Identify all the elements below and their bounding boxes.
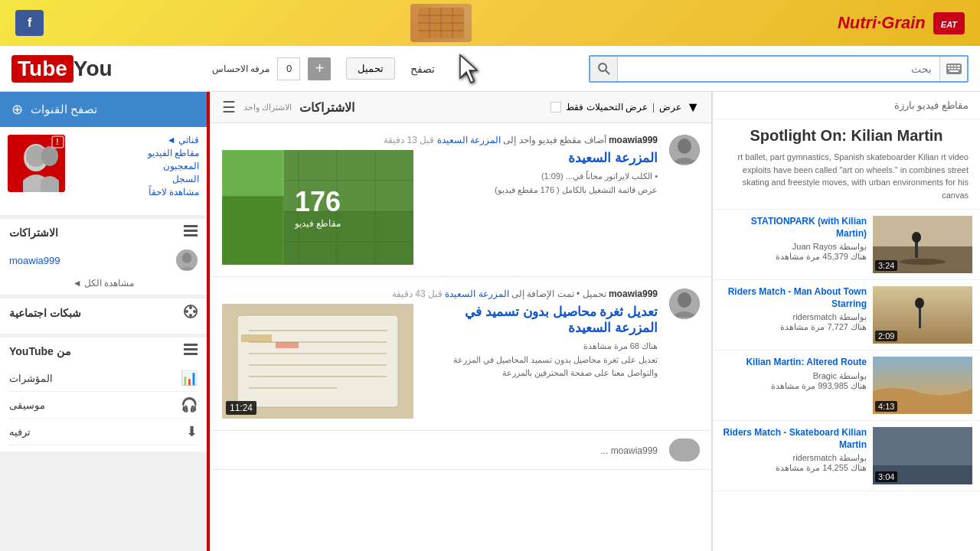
- profile-link-4[interactable]: السجل: [73, 174, 199, 184]
- svg-rect-53: [241, 334, 272, 342]
- video-views-3: هناك 993,985 مرة مشاهدة: [720, 381, 867, 391]
- center-content: ▼ عرض | عرض التحميلات فقط الاشتراكات الا…: [210, 92, 712, 551]
- feed-item-1: moawia999 أضاف مقطع فيديو واحد إلى المزر…: [211, 123, 711, 277]
- from-yt-item-2[interactable]: 🎧 موسيقى: [9, 392, 198, 419]
- profile-section: قناتي ◄ مقاطع الفيديو المعجبون السجل مشا…: [0, 127, 207, 215]
- feed-main-1: المزرعة السعيدة • الكلب لايراتور مجاناً …: [222, 150, 658, 265]
- nutrigrain-text: Nutri·Grain: [838, 13, 926, 33]
- feed-action-1: أضاف مقطع فيديو واحد إلى: [501, 135, 606, 145]
- svg-rect-9: [951, 65, 953, 67]
- sub-title-area: الاشتراكات الاشتراك واحد ☰: [222, 98, 354, 116]
- right-sidebar: تصفح القنوات ⊕ قناتي ◄ مقاطع الفيديو الم…: [0, 92, 207, 551]
- entertainment-icon: ⬇: [186, 423, 198, 440]
- svg-point-21: [900, 259, 946, 265]
- feed-video-title-2[interactable]: تعديل ثغرة محاصيل بدون تسميد في المزرعة …: [425, 304, 658, 336]
- list-icon-2: [184, 344, 198, 359]
- svg-point-23: [912, 232, 921, 243]
- video-title-3[interactable]: Kilian Martin: Altered Route: [720, 357, 867, 369]
- feed-avatar-3-partial: [669, 439, 700, 461]
- from-yt-label-2: موسيقى: [9, 399, 45, 411]
- profile-link-2[interactable]: مقاطع الفيديو: [73, 148, 199, 158]
- browse-channels-button[interactable]: تصفح القنوات ⊕: [0, 92, 207, 127]
- svg-rect-41: [222, 150, 283, 196]
- video-channel-4: بواسطة ridersmatch: [720, 453, 867, 463]
- dropdown-icon[interactable]: ▼: [686, 99, 700, 116]
- svg-rect-72: [184, 344, 198, 346]
- feed-partial-text: moawia999 ...: [600, 445, 658, 456]
- feed-meta-3-partial: moawia999 ...: [222, 443, 658, 457]
- svg-rect-16: [949, 70, 959, 72]
- svg-rect-12: [948, 67, 950, 69]
- profile-link-1[interactable]: قناتي ◄: [73, 135, 199, 145]
- video-views-4: هناك 14,255 مرة مشاهدة: [720, 463, 867, 473]
- feed-video-title-1[interactable]: المزرعة السعيدة: [425, 150, 658, 166]
- svg-rect-62: [184, 225, 198, 227]
- sidebar-header-text: مقاطع فيديو بارزة: [894, 99, 969, 111]
- upload-button[interactable]: تحميل: [346, 57, 395, 80]
- video-views-2: هناك 7,727 مرة مشاهدة: [720, 322, 867, 332]
- feed-avatar-1: [669, 135, 700, 165]
- notification-count[interactable]: 0: [277, 57, 300, 80]
- nutrigrain-logo: EAT: [933, 12, 965, 34]
- profile-link-5[interactable]: مشاهدة لاحقاً: [73, 187, 199, 197]
- subscriptions-title: الاشتراكات: [299, 100, 354, 115]
- svg-point-17: [599, 64, 606, 71]
- facebook-button[interactable]: f: [15, 10, 44, 36]
- ad-banner: EAT Nutri·Grain f: [0, 0, 980, 46]
- video-title-2[interactable]: Riders Match - Man About Town Starring: [720, 286, 867, 310]
- feed-item-3-partial: moawia999 ...: [211, 431, 711, 470]
- video-item-3: 4:13 Kilian Martin: Altered Route بواسطة…: [713, 350, 980, 421]
- video-info-3: Kilian Martin: Altered Route بواسطة Brag…: [720, 357, 867, 391]
- see-all-link[interactable]: مشاهدة الكل ◄: [9, 278, 198, 289]
- svg-point-66: [182, 253, 191, 263]
- svg-point-71: [189, 314, 192, 317]
- from-yt-label: من YouTube: [9, 345, 71, 357]
- feed-main-2: تعديل ثغرة محاصيل بدون تسميد في المزرعة …: [222, 304, 658, 419]
- svg-rect-8: [948, 65, 950, 67]
- subscriptions-label: الاشتراكات: [9, 227, 58, 239]
- profile-links-area: قناتي ◄ مقاطع الفيديو المعجبون السجل مشا…: [73, 135, 199, 200]
- from-yt-item-1[interactable]: 📊 المؤشرات: [9, 365, 198, 392]
- spotlight-title: Spotlight On: Kilian Martin: [724, 127, 969, 145]
- feed-content-1: moawia999 أضاف مقطع فيديو واحد إلى المزر…: [222, 135, 658, 265]
- video-title-1[interactable]: STATIONPARK (with Kilian Martin): [720, 216, 867, 240]
- add-button[interactable]: +: [308, 57, 331, 80]
- uploads-only-label[interactable]: عرض التحميلات فقط: [566, 102, 648, 112]
- header-search: [589, 55, 969, 83]
- feed-channel-link-2[interactable]: المزرعة السعيدة: [445, 289, 508, 299]
- feed-thumbnail-2[interactable]: 11:24: [222, 304, 413, 419]
- feed-thumbnail-1[interactable]: 176 مقاطع فيديو: [222, 150, 413, 265]
- keyboard-button[interactable]: [939, 57, 967, 81]
- menu-icon[interactable]: ☰: [222, 98, 236, 116]
- search-input[interactable]: [618, 57, 939, 81]
- svg-rect-46: [237, 315, 398, 407]
- subscriptions-section-title: الاشتراكات: [9, 225, 198, 240]
- video-thumb-4: 3:04: [873, 427, 972, 484]
- account-link[interactable]: مرفه الاحساس: [212, 64, 270, 74]
- thumb-count-number-1: 176: [295, 186, 341, 218]
- thumb-duration-2: 11:24: [226, 401, 256, 415]
- feed-content-2: moawia999 تحميل • تمت الإضافة إلى المزرع…: [222, 289, 658, 419]
- svg-rect-11: [957, 65, 960, 67]
- view-label: عرض: [659, 102, 681, 112]
- waffle-image: [410, 4, 472, 42]
- checkbox[interactable]: [550, 102, 561, 112]
- profile-link-3[interactable]: المعجبون: [73, 161, 199, 171]
- from-yt-item-3[interactable]: ⬇ ترفيه: [9, 419, 198, 445]
- duration-badge-2: 2:09: [875, 331, 897, 341]
- svg-rect-42: [222, 196, 283, 265]
- video-thumb: 3:24: [873, 216, 972, 273]
- search-button[interactable]: [590, 57, 618, 81]
- thumb-count-1: 176 مقاطع فيديو: [295, 186, 341, 229]
- video-views-1: هناك 45,379 مرة مشاهدة: [720, 252, 867, 262]
- subscriber-name-1[interactable]: moawia999: [9, 255, 60, 266]
- feed-channel-link-1[interactable]: المزرعة السعيدة: [437, 135, 501, 145]
- ad-logo: EAT Nutri·Grain: [838, 12, 965, 34]
- sidebar-header: مقاطع فيديو بارزة: [713, 92, 980, 119]
- feed-user-1: moawia999: [609, 135, 658, 145]
- logo-you: You: [74, 57, 113, 81]
- browse-link[interactable]: تصفح: [410, 63, 435, 75]
- social-section: شبكات اجتماعية: [0, 298, 207, 334]
- svg-rect-13: [951, 67, 953, 69]
- video-title-4[interactable]: Riders Match - Skateboard Kilian Martin: [720, 427, 867, 451]
